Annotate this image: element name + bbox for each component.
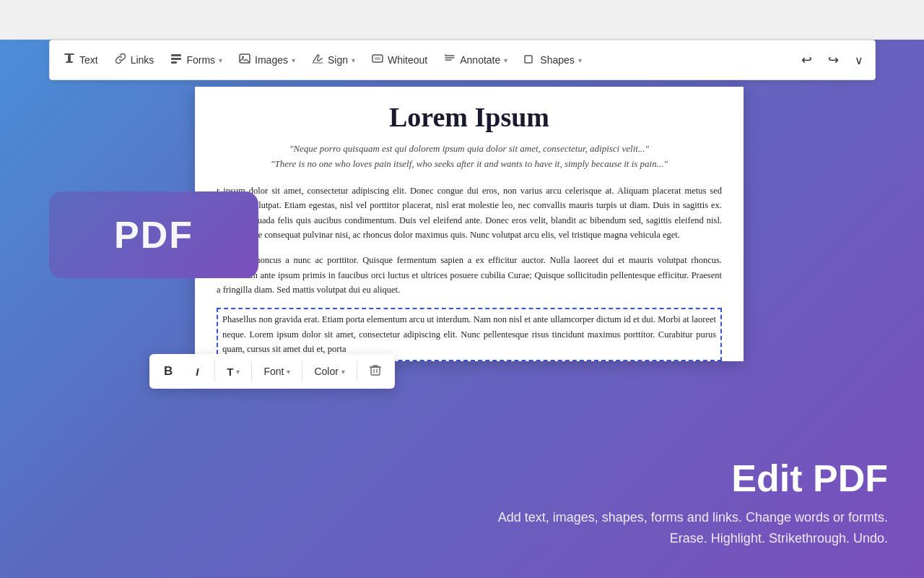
forms-chevron-icon: ▾ <box>219 56 222 64</box>
text-tool-button[interactable]: Text <box>56 48 105 72</box>
svg-rect-2 <box>66 61 73 63</box>
edit-pdf-description: Add text, images, shapes, forms and link… <box>498 507 888 549</box>
color-dropdown[interactable]: Color ▾ <box>307 361 352 381</box>
svg-rect-0 <box>64 53 74 55</box>
edit-pdf-title: Edit PDF <box>498 457 888 500</box>
delete-button[interactable] <box>362 359 389 384</box>
whiteout-icon <box>371 52 384 68</box>
annotate-chevron-icon: ▾ <box>504 56 507 64</box>
color-label: Color <box>314 366 338 377</box>
svg-rect-5 <box>171 61 177 64</box>
pdf-content: Lorem Ipsum "Neque porro quisquam est qu… <box>195 87 744 361</box>
pdf-paragraph-2: Vivamus rhoncus a nunc ac porttitor. Qui… <box>217 253 722 298</box>
pdf-selected-text[interactable]: Phasellus non gravida erat. Etiam porta … <box>217 308 722 361</box>
main-toolbar: Text Links Forms ▾ <box>49 40 876 80</box>
top-bar <box>0 0 924 40</box>
sign-chevron-icon: ▾ <box>352 56 355 64</box>
shapes-icon <box>523 52 536 68</box>
font-label: Font <box>263 366 284 377</box>
italic-button[interactable]: I <box>184 358 210 384</box>
format-separator-2 <box>251 361 252 381</box>
svg-rect-3 <box>171 54 181 56</box>
more-button[interactable]: ∨ <box>849 51 869 70</box>
shapes-chevron-icon: ▾ <box>578 56 582 64</box>
svg-rect-9 <box>375 57 380 60</box>
svg-rect-10 <box>525 56 532 63</box>
forms-tool-button[interactable]: Forms ▾ <box>162 48 230 72</box>
pdf-subtitle: "Neque porro quisquam est qui dolorem ip… <box>217 142 722 172</box>
links-tool-label: Links <box>131 54 154 66</box>
color-chevron-icon: ▾ <box>341 368 345 376</box>
undo-button[interactable]: ↩ <box>796 49 818 71</box>
svg-rect-11 <box>371 367 380 375</box>
sign-icon <box>311 52 324 68</box>
format-separator-4 <box>357 361 357 381</box>
whiteout-tool-label: Whiteout <box>388 54 427 66</box>
toolbar-actions: ↩ ↪ ∨ <box>796 49 869 71</box>
font-size-icon: T <box>227 366 233 378</box>
images-tool-label: Images <box>255 54 288 66</box>
annotate-tool-button[interactable]: Annotate ▾ <box>436 48 515 72</box>
pdf-title: Lorem Ipsum <box>217 101 722 133</box>
format-separator-3 <box>302 361 302 381</box>
edit-pdf-section: Edit PDF Add text, images, shapes, forms… <box>498 457 888 549</box>
edit-pdf-desc-line2: Erase. Highlight. Strikethrough. Undo. <box>498 528 888 549</box>
redo-button[interactable]: ↪ <box>822 49 845 71</box>
italic-label: I <box>196 366 199 378</box>
pdf-document: Lorem Ipsum "Neque porro quisquam est qu… <box>195 87 744 361</box>
undo-icon: ↩ <box>801 52 812 68</box>
svg-rect-4 <box>171 58 181 60</box>
annotate-tool-label: Annotate <box>460 54 500 66</box>
font-dropdown[interactable]: Font ▾ <box>256 361 297 381</box>
more-icon: ∨ <box>855 53 863 67</box>
sign-tool-label: Sign <box>328 54 348 66</box>
pdf-subtitle-line1: "Neque porro quisquam est qui dolorem ip… <box>217 142 722 157</box>
text-icon <box>63 52 76 68</box>
font-size-dropdown[interactable]: T ▾ <box>219 361 247 382</box>
font-size-arrow: ▾ <box>236 368 240 376</box>
font-chevron-icon: ▾ <box>287 368 290 376</box>
images-chevron-icon: ▾ <box>292 56 295 64</box>
pdf-body: r ipsum dolor sit amet, consectetur adip… <box>217 184 722 361</box>
svg-point-7 <box>242 56 244 59</box>
format-toolbar: B I T ▾ Font ▾ Color ▾ <box>149 354 395 389</box>
whiteout-tool-button[interactable]: Whiteout <box>364 48 435 72</box>
sign-tool-button[interactable]: Sign ▾ <box>304 48 362 72</box>
images-icon <box>238 52 251 68</box>
bold-label: B <box>164 364 173 379</box>
links-tool-button[interactable]: Links <box>107 48 162 72</box>
pdf-paragraph-1: r ipsum dolor sit amet, consectetur adip… <box>217 184 722 243</box>
links-icon <box>114 52 127 68</box>
forms-tool-label: Forms <box>186 54 215 66</box>
redo-icon: ↪ <box>828 52 839 68</box>
shapes-tool-button[interactable]: Shapes ▾ <box>516 48 588 72</box>
format-separator-1 <box>214 361 215 381</box>
pdf-subtitle-line2: "There is no one who loves pain itself, … <box>217 157 722 172</box>
shapes-tool-label: Shapes <box>540 54 574 66</box>
bold-button[interactable]: B <box>155 358 181 384</box>
edit-pdf-desc-line1: Add text, images, shapes, forms and link… <box>498 507 888 528</box>
text-tool-label: Text <box>79 54 98 66</box>
forms-icon <box>170 52 183 68</box>
delete-icon <box>369 363 382 379</box>
annotate-icon <box>443 52 456 68</box>
pdf-paragraph-3: Phasellus non gravida erat. Etiam porta … <box>217 308 722 361</box>
images-tool-button[interactable]: Images ▾ <box>231 48 302 72</box>
pdf-badge: PDF <box>49 191 258 278</box>
pdf-badge-text: PDF <box>114 213 193 256</box>
